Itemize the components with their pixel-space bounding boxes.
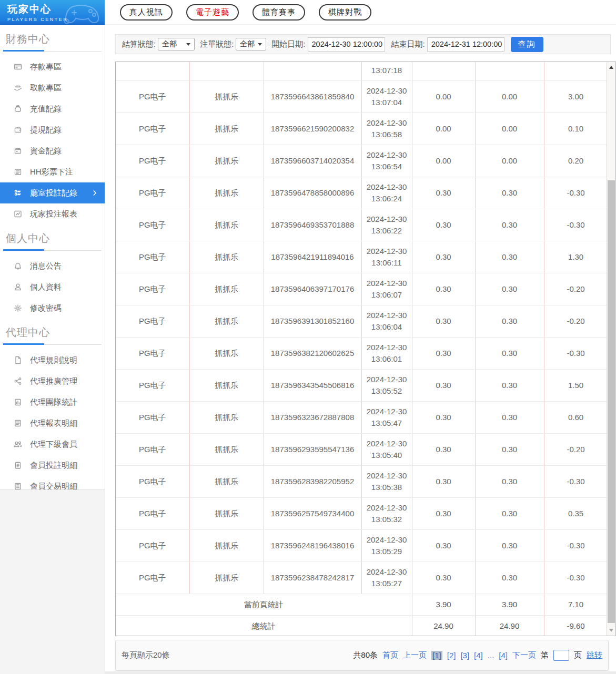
valid-bet-cell: 0.30	[475, 209, 544, 241]
sidebar-item-label: 會員交易明細	[30, 482, 77, 490]
page-link[interactable]: [4]	[474, 651, 483, 660]
game-cell	[189, 62, 264, 80]
bet-amount-cell: 0.30	[412, 465, 475, 497]
tab-active[interactable]: 電子遊藝	[186, 4, 239, 21]
sidebar-item[interactable]: 會員投註明細	[0, 455, 105, 476]
next-page-link[interactable]: 下一页	[512, 650, 536, 660]
scrollbar-thumb[interactable]	[608, 180, 615, 623]
query-button[interactable]: 查詢	[511, 37, 543, 52]
table-row: PG电子抓抓乐18735962481964380162024-12-3013:0…	[116, 529, 608, 561]
sidebar-item[interactable]: 玩家投注報表	[0, 203, 105, 224]
sidebar-item[interactable]: 廳室投註記錄	[0, 182, 105, 203]
platform-cell: PG电子	[116, 80, 189, 113]
filter-bar: 結算狀態: 全部 注單狀態: 全部 開始日期: 2024-12-30 12:00…	[115, 34, 611, 54]
table-scrollbar[interactable]	[607, 62, 615, 636]
time-cell: 2024-12-3013:06:07	[361, 273, 412, 305]
order-status-value: 全部	[240, 39, 255, 49]
game-cell: 抓抓乐	[189, 305, 264, 337]
game-cell: 抓抓乐	[189, 465, 264, 497]
table-row: PG电子抓抓乐18735966037140203542024-12-3013:0…	[116, 145, 608, 177]
scroll-up-arrow-icon[interactable]	[609, 66, 613, 69]
sidebar-section-title: 財務中心	[0, 25, 105, 50]
prev-page-link[interactable]: 上一页	[403, 650, 427, 660]
settle-status-select[interactable]: 全部	[158, 38, 195, 50]
bet-amount-cell: 0.30	[412, 401, 475, 433]
platform-cell: PG电子	[116, 241, 189, 273]
valid-bet-cell: 0.30	[475, 177, 544, 209]
sidebar-item[interactable]: 存款專區	[0, 56, 105, 77]
page-link[interactable]: [4]	[499, 651, 508, 660]
page-link[interactable]: [3]	[460, 651, 469, 660]
bottom-strip	[105, 671, 616, 674]
order-status-select[interactable]: 全部	[236, 38, 266, 50]
summary-label-cell: 當前頁統計	[116, 594, 412, 615]
platform-cell: PG电子	[116, 369, 189, 401]
valid-bet-cell: 0.30	[475, 305, 544, 337]
sidebar-item[interactable]: 代理團隊統計	[0, 392, 105, 413]
sidebar-section-title: 個人中心	[0, 224, 105, 249]
tab-category[interactable]: 體育賽事	[253, 4, 305, 21]
platform-cell: PG电子	[116, 497, 189, 529]
valid-bet-cell	[475, 62, 544, 80]
tab-category[interactable]: 棋牌對戰	[319, 4, 371, 21]
sidebar-item[interactable]: 資金記錄	[0, 140, 105, 161]
sidebar-item[interactable]: 取款專區	[0, 77, 105, 98]
sidebar-item[interactable]: 代理下級會員	[0, 434, 105, 455]
scroll-down-arrow-icon[interactable]	[609, 629, 613, 632]
order-no-cell: 1873596478858000896	[264, 177, 361, 209]
sidebar-item[interactable]: 提現記錄	[0, 119, 105, 140]
bet-amount-cell: 0.30	[412, 369, 475, 401]
page-link-current[interactable]: [1]	[431, 651, 442, 660]
bet-amount-cell: 0.00	[412, 145, 475, 177]
table-row: PG电子抓抓乐18735962575497344002024-12-3013:0…	[116, 497, 608, 529]
sidebar-item-label: 消息公告	[30, 261, 62, 271]
sidebar-item[interactable]: 會員交易明細	[0, 476, 105, 489]
bet-amount-cell: 0.30	[412, 433, 475, 465]
time-cell: 2024-12-3013:06:54	[361, 145, 412, 177]
bet-amount-cell: 0.30	[412, 177, 475, 209]
page-link[interactable]: ...	[488, 651, 494, 660]
bet-amount-cell: 0.30	[412, 241, 475, 273]
sidebar-item[interactable]: 個人資料	[0, 277, 105, 298]
platform-cell: PG电子	[116, 113, 189, 145]
sidebar-item[interactable]: 修改密碼	[0, 298, 105, 319]
platform-cell: PG电子	[116, 465, 189, 497]
win-loss-cell: -0.20	[544, 433, 608, 465]
sidebar-item-label: 資金記錄	[30, 146, 62, 156]
sidebar-item-label: 代理推廣管理	[30, 376, 77, 386]
table-row-partial: 13:07:18	[116, 62, 608, 80]
tab-category[interactable]: 真人視訊	[120, 4, 173, 21]
sidebar-item[interactable]: 代理推廣管理	[0, 371, 105, 392]
page-link[interactable]: [2]	[447, 651, 456, 660]
jump-page-input[interactable]	[553, 650, 569, 661]
first-page-link[interactable]: 首页	[382, 650, 398, 660]
game-cell: 抓抓乐	[189, 433, 264, 465]
time-cell: 2024-12-3013:05:52	[361, 369, 412, 401]
order-no-cell	[264, 62, 361, 80]
sidebar-item-label: 個人資料	[30, 282, 62, 292]
sidebar-item[interactable]: 充值記錄	[0, 98, 105, 119]
valid-bet-cell: 0.30	[475, 433, 544, 465]
money-bag-icon	[14, 105, 22, 113]
sidebar-item-label: 代理規則說明	[30, 355, 77, 365]
summary-row: 當前頁統計3.903.907.10	[116, 594, 608, 615]
time-cell: 2024-12-3013:05:32	[361, 497, 412, 529]
end-date-input[interactable]: 2024-12-31 12:00:00	[427, 37, 504, 52]
time-cell: 2024-12-3013:06:22	[361, 209, 412, 241]
jump-button[interactable]: 跳转	[587, 650, 602, 660]
bet-amount-cell: 0.30	[412, 209, 475, 241]
sidebar-item[interactable]: 代理報表明細	[0, 413, 105, 434]
game-cell: 抓抓乐	[189, 273, 264, 305]
start-date-input[interactable]: 2024-12-30 12:00:00	[308, 37, 385, 52]
win-loss-cell: -0.30	[544, 465, 608, 497]
bet-records-table: 13:07:18PG电子抓抓乐18735966438618598402024-1…	[115, 62, 616, 636]
sidebar-item[interactable]: 消息公告	[0, 256, 105, 277]
doc-icon	[14, 356, 22, 364]
section-divider	[3, 343, 102, 345]
bell-icon	[14, 262, 22, 270]
ledger-icon	[14, 482, 22, 489]
sidebar-item[interactable]: 代理規則說明	[0, 350, 105, 371]
order-status-label: 注單狀態:	[200, 39, 234, 49]
sidebar-item[interactable]: HH彩票下注	[0, 161, 105, 182]
summary-bet-cell: 3.90	[412, 594, 475, 615]
